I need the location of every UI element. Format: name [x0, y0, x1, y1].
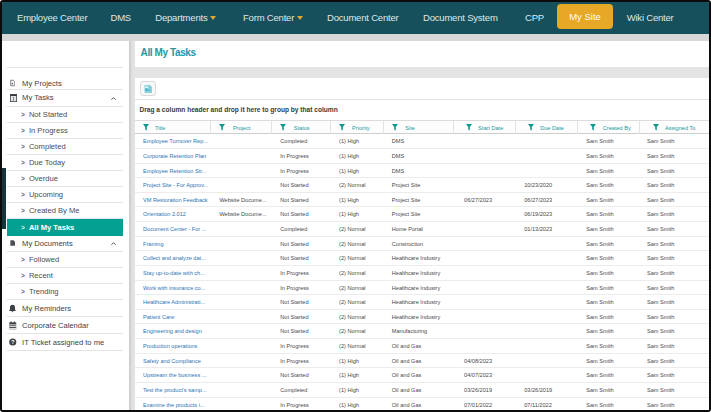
svg-text:?: ?: [11, 339, 15, 345]
